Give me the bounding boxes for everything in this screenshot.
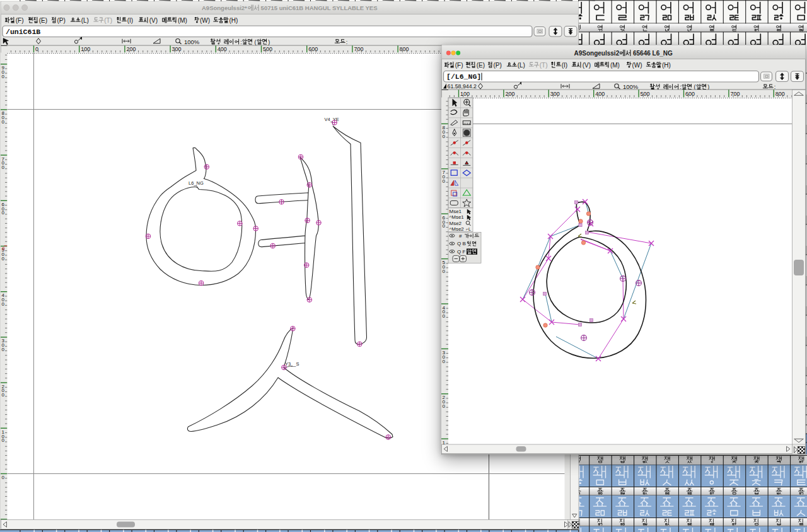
svg-text:700: 700: [730, 91, 740, 97]
svg-text:^Mse2: ^Mse2: [450, 226, 465, 232]
svg-text:0: 0: [2, 301, 5, 307]
svg-text:(W): (W): [200, 17, 210, 24]
svg-text:(M): (M): [178, 17, 187, 24]
svg-text:(: (: [694, 84, 696, 90]
svg-text:400: 400: [218, 46, 227, 52]
svg-text:(L): (L): [518, 62, 525, 69]
svg-text:600: 600: [685, 91, 695, 97]
svg-text:(: (: [255, 39, 257, 45]
svg-text:/uniC61B: /uniC61B: [6, 28, 40, 36]
svg-text:(W): (W): [632, 62, 642, 69]
svg-text::: :: [680, 84, 682, 90]
svg-text:500: 500: [263, 46, 272, 52]
svg-text:): ): [707, 84, 709, 90]
svg-text:300: 300: [172, 46, 182, 52]
svg-text:(E): (E): [39, 17, 47, 24]
svg-text:0: 0: [2, 256, 5, 262]
svg-text:Mse2: Mse2: [450, 221, 462, 226]
svg-text:0: 0: [2, 246, 5, 252]
svg-text:500: 500: [641, 91, 650, 97]
svg-text:100%: 100%: [623, 83, 639, 90]
svg-text:100: 100: [460, 91, 470, 97]
svg-text:0: 0: [35, 46, 38, 52]
svg-text:0: 0: [2, 210, 5, 216]
svg-text:): ): [268, 39, 270, 45]
svg-text:(M): (M): [610, 62, 620, 69]
svg-text:0: 0: [443, 134, 446, 139]
svg-text:700: 700: [354, 46, 363, 52]
svg-text:(V): (V): [149, 17, 158, 24]
svg-text:800: 800: [775, 91, 785, 97]
svg-text:0: 0: [443, 359, 446, 364]
svg-text::: :: [240, 39, 242, 45]
svg-text:300: 300: [550, 91, 560, 97]
svg-text:Mse1: Mse1: [450, 209, 462, 214]
svg-text:(P): (P): [494, 62, 502, 69]
svg-text:0: 0: [2, 165, 5, 170]
svg-text::: :: [346, 39, 348, 45]
svg-text:⌐L: ⌐L: [466, 227, 471, 231]
svg-text:100: 100: [81, 46, 90, 52]
svg-text:(F): (F): [16, 17, 24, 24]
svg-text:200: 200: [126, 46, 136, 52]
svg-text:(L): (L): [81, 17, 89, 24]
svg-text:(H): (H): [229, 17, 238, 24]
svg-text:200: 200: [505, 91, 514, 97]
svg-text:(I): (I): [562, 62, 567, 69]
svg-text:Q B: Q B: [457, 241, 466, 246]
svg-text:0: 0: [443, 403, 446, 409]
svg-text:61.58,944.2: 61.58,944.2: [448, 83, 477, 90]
svg-text::: :: [774, 84, 776, 90]
svg-text:50715 uniC61B HANGUL SYLLABLE: 50715 uniC61B HANGUL SYLLABLE YES: [261, 4, 378, 11]
svg-text:[/L6_NG]: [/L6_NG]: [446, 72, 481, 81]
svg-text:0: 0: [2, 475, 5, 480]
svg-text:A9Songeulssi2*: A9Songeulssi2*: [202, 4, 247, 11]
svg-text:0: 0: [2, 119, 5, 125]
svg-text:(H): (H): [662, 62, 671, 69]
svg-text:(F): (F): [455, 62, 463, 69]
svg-text:A9Songeulssi2: A9Songeulssi2: [574, 50, 620, 57]
svg-text:400: 400: [595, 91, 605, 97]
svg-text:0: 0: [443, 313, 446, 319]
svg-text:800: 800: [400, 46, 409, 52]
svg-text:0: 0: [2, 347, 5, 352]
svg-text:0: 0: [443, 178, 446, 184]
svg-text:Q F: Q F: [457, 249, 465, 255]
svg-text:(T): (T): [540, 62, 548, 69]
svg-text:0: 0: [2, 392, 5, 398]
svg-text:(P): (P): [57, 17, 66, 24]
svg-text:^Mse1: ^Mse1: [450, 214, 465, 220]
svg-text:(V): (V): [583, 62, 591, 69]
svg-text:0: 0: [2, 74, 5, 79]
svg-text:0: 0: [443, 269, 446, 274]
svg-text:65646 L6_NG: 65646 L6_NG: [633, 50, 673, 57]
svg-text:100%: 100%: [184, 38, 200, 45]
svg-text:#: #: [459, 233, 462, 239]
svg-text:600: 600: [308, 46, 318, 52]
svg-text:(T): (T): [104, 17, 112, 24]
svg-text:0: 0: [2, 437, 5, 443]
svg-text:0: 0: [443, 223, 446, 229]
svg-text:(E): (E): [477, 62, 485, 69]
svg-text:(I): (I): [127, 17, 133, 24]
